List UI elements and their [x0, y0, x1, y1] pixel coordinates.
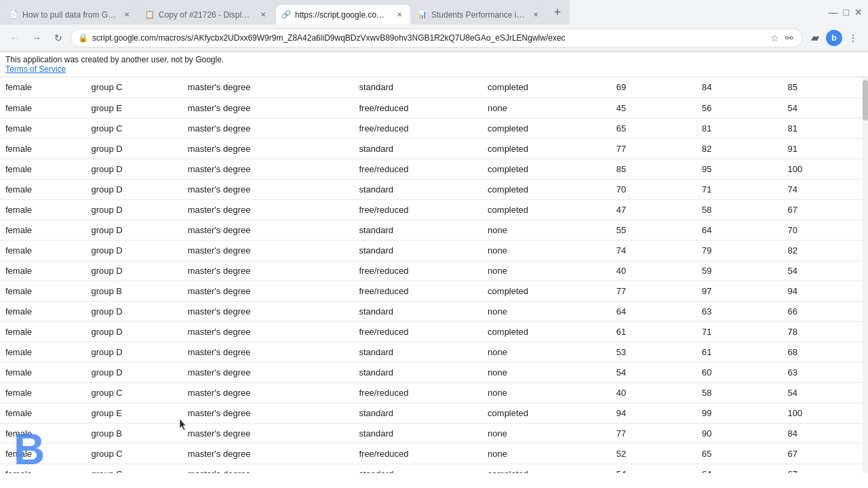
table-row: femalegroup Dmaster's degreestandardnone…	[0, 220, 868, 240]
cell-math-score: 77	[611, 138, 696, 159]
tab-close-button[interactable]: ✕	[258, 9, 269, 20]
cell-parent-education: master's degree	[182, 118, 354, 138]
cell-parent-education: master's degree	[182, 301, 354, 321]
cell-parent-education: master's degree	[182, 443, 354, 464]
cell-test-prep: none	[482, 423, 611, 443]
cell-group: group D	[85, 321, 182, 342]
cell-group: group C	[85, 464, 182, 473]
minimize-button[interactable]: —	[829, 7, 838, 18]
cell-reading-score: 71	[696, 179, 782, 199]
cell-reading-score: 90	[696, 423, 782, 443]
cell-writing-score: 66	[783, 301, 868, 321]
cell-math-score: 53	[611, 342, 696, 362]
cell-writing-score: 94	[783, 281, 868, 301]
browser-tab-tab3[interactable]: 🔗https://script.google.com/macro...✕	[275, 4, 411, 24]
forward-button[interactable]: →	[27, 28, 46, 47]
star-icon[interactable]: ☆	[768, 32, 781, 44]
tab-label: Copy of #21726 - Display Googl...	[159, 10, 254, 20]
nav-right-icons: ▰ b ⋮	[806, 28, 863, 47]
reload-button[interactable]: ↻	[49, 28, 68, 47]
tab-favicon: 📄	[9, 10, 18, 20]
table-row: femalegroup Dmaster's degreestandardnone…	[0, 362, 868, 382]
cell-test-prep: completed	[482, 77, 611, 98]
browser-chrome: 📄How to pull data from Google S...✕📋Copy…	[0, 0, 868, 52]
cell-math-score: 55	[611, 220, 696, 240]
profile-button[interactable]: b	[826, 30, 842, 46]
cell-test-prep: none	[482, 362, 611, 382]
menu-button[interactable]: ⋮	[844, 28, 863, 47]
cell-lunch: free/reduced	[353, 118, 482, 138]
cell-math-score: 54	[611, 464, 696, 473]
cell-gender: female	[0, 301, 85, 321]
cell-gender: female	[0, 321, 85, 342]
cell-parent-education: master's degree	[182, 362, 354, 382]
cell-gender: female	[0, 342, 85, 362]
extension-icon[interactable]: ⚯	[783, 32, 795, 44]
cell-group: group D	[85, 362, 182, 382]
cell-parent-education: master's degree	[182, 403, 354, 423]
restore-button[interactable]: □	[844, 7, 849, 18]
cell-test-prep: none	[482, 443, 611, 464]
tab-close-button[interactable]: ✕	[121, 9, 132, 20]
cell-lunch: standard	[353, 240, 482, 260]
cell-writing-score: 82	[783, 240, 868, 260]
cell-parent-education: master's degree	[182, 179, 354, 199]
close-button[interactable]: ✕	[854, 7, 863, 18]
cell-math-score: 45	[611, 98, 696, 118]
cell-math-score: 65	[611, 118, 696, 138]
cell-group: group B	[85, 423, 182, 443]
cell-reading-score: 60	[696, 362, 782, 382]
new-tab-button[interactable]: +	[548, 3, 567, 22]
tab-favicon: 📋	[145, 10, 155, 20]
cell-reading-score: 56	[696, 98, 782, 118]
scrollbar-track[interactable]	[863, 77, 868, 473]
cell-reading-score: 71	[696, 321, 782, 342]
tos-link[interactable]: Terms of Service	[5, 64, 66, 74]
cell-lunch: standard	[353, 220, 482, 240]
browser-tab-tab4[interactable]: 📊Students Performance in Exams✕	[412, 4, 547, 24]
cell-math-score: 94	[611, 403, 696, 423]
cell-reading-score: 82	[696, 138, 782, 159]
cell-math-score: 52	[611, 443, 696, 464]
scrollbar-thumb[interactable]	[863, 80, 868, 121]
cell-lunch: free/reduced	[353, 443, 482, 464]
back-button[interactable]: ←	[5, 28, 24, 47]
table-row: femalegroup Dmaster's degreestandardcomp…	[0, 138, 868, 159]
cell-lunch: standard	[353, 179, 482, 199]
cell-writing-score: 81	[783, 118, 868, 138]
table-container: femalegroup Cmaster's degreestandardcomp…	[0, 77, 868, 473]
cell-test-prep: completed	[482, 179, 611, 199]
extensions-button[interactable]: ▰	[806, 28, 825, 47]
cell-gender: female	[0, 260, 85, 281]
cell-test-prep: completed	[482, 199, 611, 220]
tab-close-button[interactable]: ✕	[394, 9, 405, 20]
cell-math-score: 61	[611, 321, 696, 342]
table-row: femalegroup Cmaster's degreefree/reduced…	[0, 118, 868, 138]
cell-reading-score: 64	[696, 220, 782, 240]
cell-gender: female	[0, 403, 85, 423]
tab-favicon: 📊	[418, 10, 427, 20]
cell-lunch: standard	[353, 403, 482, 423]
address-bar[interactable]: 🔒 script.google.com/macros/s/AKfycbx2UDx…	[71, 28, 803, 47]
table-row: femalegroup Dmaster's degreestandardnone…	[0, 301, 868, 321]
cell-gender: female	[0, 240, 85, 260]
cell-parent-education: master's degree	[182, 423, 354, 443]
table-row: femalegroup Dmaster's degreestandardnone…	[0, 240, 868, 260]
cell-lunch: free/reduced	[353, 199, 482, 220]
cell-writing-score: 100	[783, 403, 868, 423]
table-row: femalegroup Bmaster's degreestandardnone…	[0, 423, 868, 443]
data-table: femalegroup Cmaster's degreestandardcomp…	[0, 77, 868, 473]
cell-parent-education: master's degree	[182, 464, 354, 473]
cell-reading-score: 58	[696, 199, 782, 220]
cell-test-prep: completed	[482, 159, 611, 179]
browser-tab-tab1[interactable]: 📄How to pull data from Google S...✕	[3, 4, 138, 24]
cell-writing-score: 74	[783, 179, 868, 199]
cell-reading-score: 99	[696, 403, 782, 423]
cell-writing-score: 100	[783, 159, 868, 179]
cell-group: group D	[85, 220, 182, 240]
cell-group: group D	[85, 138, 182, 159]
browser-tab-tab2[interactable]: 📋Copy of #21726 - Display Googl...✕	[139, 4, 275, 24]
cell-test-prep: none	[482, 240, 611, 260]
cell-writing-score: 54	[783, 98, 868, 118]
tab-close-button[interactable]: ✕	[530, 9, 541, 20]
